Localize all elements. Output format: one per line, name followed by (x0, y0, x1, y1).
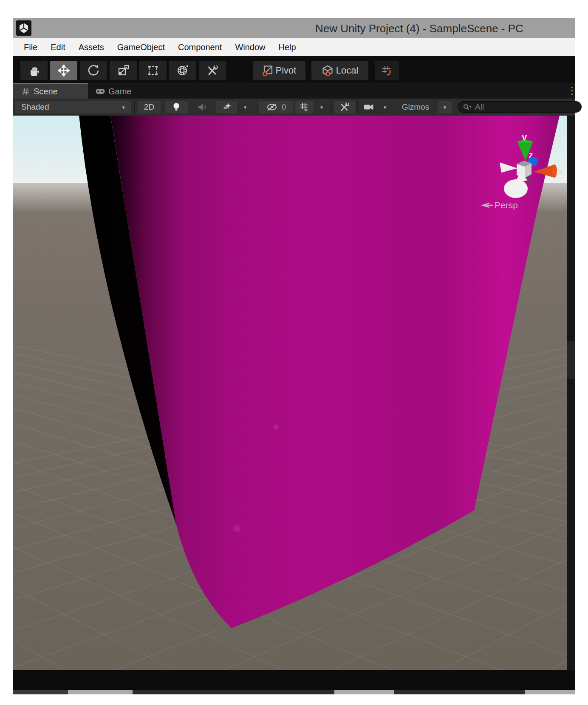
grid-snap-button[interactable] (375, 61, 399, 80)
object-surface-dot (274, 425, 279, 430)
grid-snap-icon (382, 65, 393, 76)
rect-transform-icon (147, 65, 158, 76)
effects-dropdown[interactable]: ▾ (238, 101, 252, 113)
menu-bar: File Edit Assets GameObject Component Wi… (13, 38, 575, 56)
menu-file[interactable]: File (24, 42, 37, 52)
tab-game[interactable]: Game (96, 84, 131, 99)
hand-tool-button[interactable] (20, 61, 48, 80)
scene-grid-icon (22, 88, 30, 95)
menu-edit[interactable]: Edit (51, 42, 65, 52)
audio-toggle-button[interactable] (191, 101, 213, 113)
2d-toggle-button[interactable]: 2D (138, 101, 161, 113)
view-tab-bar: Scene Game ⋮ (13, 83, 575, 99)
camera-icon (364, 103, 374, 111)
axis-x-label: x (558, 167, 564, 177)
menu-assets[interactable]: Assets (79, 42, 104, 52)
window-title-bar: New Unity Project (4) - SampleScene - PC (13, 18, 575, 38)
chevron-down-icon: ▾ (320, 104, 323, 110)
hand-icon (28, 65, 40, 76)
local-label: Local (336, 65, 359, 76)
chevron-down-icon: ▾ (384, 104, 387, 110)
cutoff-panel-segment (525, 690, 575, 694)
search-value: All (475, 102, 484, 112)
move-tool-button[interactable] (50, 61, 77, 80)
effects-toggle-button[interactable] (216, 101, 237, 113)
chevron-down-icon: ▾ (444, 104, 447, 110)
cutoff-panel-segment (13, 690, 68, 694)
menu-window[interactable]: Window (235, 42, 265, 52)
hidden-count: 0 (282, 102, 286, 112)
scene-search-field[interactable]: All (458, 101, 582, 113)
menu-help[interactable]: Help (279, 42, 296, 52)
chevron-down-icon: ▾ (122, 104, 125, 110)
tool-settings-button[interactable] (334, 101, 355, 113)
transform-icon (177, 65, 189, 76)
scene-view-canvas[interactable]: y z x Persp (13, 116, 575, 670)
scale-icon (118, 65, 129, 76)
menu-component[interactable]: Component (178, 42, 222, 52)
object-surface-smudge (233, 524, 241, 532)
scene-view-toolbar: Shaded ▾ 2D (13, 99, 575, 116)
separator (256, 101, 256, 113)
pivot-label: Pivot (276, 65, 297, 76)
axis-front-cone[interactable] (504, 179, 528, 198)
draw-mode-label: Shaded (21, 102, 49, 112)
projection-label: Persp (495, 200, 518, 210)
bottom-dark-strip (13, 670, 575, 690)
camera-settings-button[interactable] (359, 101, 378, 113)
scale-tool-button[interactable] (110, 61, 137, 80)
cutoff-panel-strip (13, 690, 575, 694)
gizmos-dropdown[interactable]: Gizmos (394, 101, 437, 113)
custom-tools-button[interactable] (199, 61, 226, 80)
wrench-screwdriver-icon (339, 102, 350, 112)
window-title: New Unity Project (4) - SampleScene - PC (315, 22, 523, 35)
axis-x-cone-base (552, 164, 557, 178)
camera-dropdown[interactable]: ▾ (378, 101, 392, 113)
cutoff-panel-segment (68, 690, 133, 694)
lighting-toggle-button[interactable] (165, 101, 188, 113)
2d-label: 2D (144, 102, 154, 112)
tab-menu-kebab[interactable]: ⋮ (567, 85, 577, 96)
scene-render: y z x Persp (13, 116, 575, 670)
lightbulb-icon (172, 102, 181, 112)
scene-tab-label: Scene (34, 87, 58, 96)
eye-hidden-icon (266, 103, 279, 111)
effects-sparkle-icon (221, 102, 232, 112)
transform-tool-button[interactable] (169, 61, 196, 80)
move-icon (58, 65, 70, 76)
tab-scene[interactable]: Scene (13, 83, 88, 99)
gizmos-label: Gizmos (402, 102, 429, 112)
separator (134, 101, 135, 113)
screenshot-stage: New Unity Project (4) - SampleScene - PC… (0, 0, 588, 705)
rotate-tool-button[interactable] (80, 61, 107, 80)
chevron-down-icon: ▾ (244, 104, 247, 110)
separator (357, 101, 358, 113)
cutoff-panel-segment (334, 690, 394, 694)
pivot-icon (262, 65, 273, 76)
scene-right-scrollbar[interactable] (567, 116, 575, 670)
grid-dropdown[interactable]: ▾ (314, 101, 329, 113)
draw-mode-dropdown[interactable]: Shaded ▾ (15, 101, 131, 113)
rotate-icon (88, 65, 99, 76)
pivot-toggle-button[interactable]: Pivot (253, 61, 305, 80)
local-icon (322, 65, 334, 76)
speaker-icon (198, 103, 207, 111)
rect-tool-button[interactable] (139, 61, 167, 80)
gamepad-icon (96, 88, 105, 94)
gizmos-dropdown-caret[interactable]: ▾ (438, 101, 452, 113)
wrench-screwdriver-icon (206, 65, 218, 76)
unity-logo-glyph (17, 22, 30, 34)
main-toolbar: Pivot Local (13, 56, 575, 83)
local-toggle-button[interactable]: Local (311, 61, 368, 80)
game-tab-label: Game (108, 87, 131, 96)
menu-gameobject[interactable]: GameObject (117, 42, 165, 52)
separator (331, 101, 332, 113)
grid-visibility-button[interactable] (295, 101, 314, 113)
grid-icon (300, 102, 309, 112)
scrollbar-thumb[interactable] (567, 341, 575, 379)
unity-logo-icon (16, 20, 31, 36)
search-icon (463, 104, 472, 110)
scene-visibility-button[interactable]: 0 (259, 101, 293, 113)
